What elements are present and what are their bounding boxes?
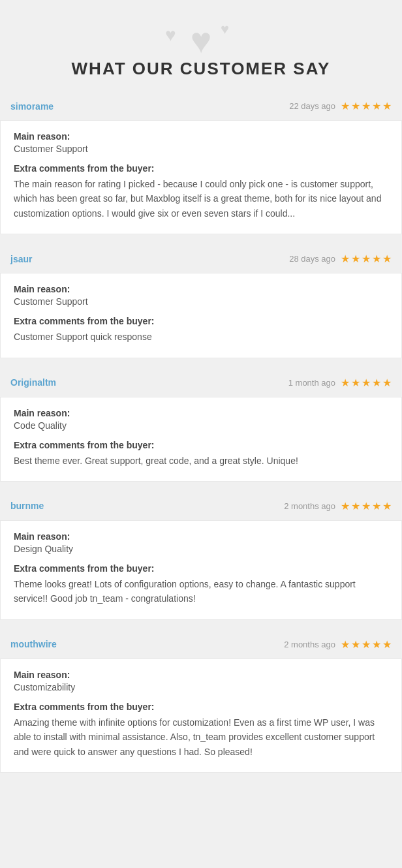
review-body-5: Main reason: Customizability Extra comme…	[0, 659, 402, 773]
star-icon: ★	[382, 253, 392, 265]
star-icon: ★	[382, 377, 392, 389]
review-meta-3: 1 month ago ★★★★★	[288, 377, 392, 389]
page-header: ♥ ♥ ♥ WHAT OUR CUSTOMER SAY	[0, 0, 402, 92]
main-reason-label-4: Main reason:	[14, 531, 388, 542]
review-header-5: mouthwire 2 months ago ★★★★★	[0, 630, 402, 659]
review-block-1: simorame 22 days ago ★★★★★ Main reason: …	[0, 92, 402, 240]
review-block-3: Originaltm 1 month ago ★★★★★ Main reason…	[0, 369, 402, 487]
review-block-5: mouthwire 2 months ago ★★★★★ Main reason…	[0, 630, 402, 773]
heart-small-right-icon: ♥	[221, 21, 229, 38]
star-icon: ★	[351, 500, 360, 512]
main-reason-value-5: Customizability	[14, 682, 388, 692]
main-reason-label-3: Main reason:	[14, 408, 388, 418]
reviewer-name-5[interactable]: mouthwire	[10, 639, 57, 649]
extra-comments-label-4: Extra comments from the buyer:	[14, 563, 388, 574]
extra-comments-label-5: Extra comments from the buyer:	[14, 702, 388, 712]
star-icon: ★	[372, 377, 381, 389]
review-date-2: 28 days ago	[289, 254, 335, 264]
section-divider-4	[0, 620, 402, 625]
reviews-container: simorame 22 days ago ★★★★★ Main reason: …	[0, 92, 402, 773]
star-icon: ★	[341, 377, 350, 389]
reviewer-name-1[interactable]: simorame	[10, 101, 54, 112]
main-reason-label-5: Main reason:	[14, 670, 388, 680]
reviewer-name-2[interactable]: jsaur	[10, 254, 32, 264]
review-body-3: Main reason: Code Quality Extra comments…	[0, 397, 402, 482]
review-date-4: 2 months ago	[284, 501, 335, 511]
review-stars-2: ★★★★★	[341, 253, 392, 265]
review-meta-5: 2 months ago ★★★★★	[284, 638, 392, 651]
star-icon: ★	[372, 638, 381, 651]
star-icon: ★	[372, 253, 381, 265]
review-meta-1: 22 days ago ★★★★★	[289, 100, 392, 112]
star-icon: ★	[382, 100, 392, 112]
main-reason-label-1: Main reason:	[14, 131, 388, 142]
review-block-4: burnme 2 months ago ★★★★★ Main reason: D…	[0, 492, 402, 625]
star-icon: ★	[372, 500, 381, 512]
star-icon: ★	[362, 500, 371, 512]
main-reason-value-3: Code Quality	[14, 420, 388, 431]
page-wrapper: ♥ ♥ ♥ WHAT OUR CUSTOMER SAY simorame 22 …	[0, 0, 402, 798]
star-icon: ★	[341, 100, 350, 112]
review-date-3: 1 month ago	[288, 378, 335, 388]
review-stars-3: ★★★★★	[341, 377, 392, 389]
main-reason-value-2: Customer Support	[14, 296, 388, 307]
star-icon: ★	[351, 100, 360, 112]
heart-main-icon: ♥	[191, 20, 212, 61]
extra-comments-label-2: Extra comments from the buyer:	[14, 316, 388, 326]
star-icon: ★	[382, 500, 392, 512]
review-stars-4: ★★★★★	[341, 500, 392, 512]
reviewer-name-4[interactable]: burnme	[10, 501, 44, 511]
extra-comments-label-3: Extra comments from the buyer:	[14, 440, 388, 450]
star-icon: ★	[372, 100, 381, 112]
main-reason-label-2: Main reason:	[14, 284, 388, 294]
heart-small-left-icon: ♥	[165, 25, 176, 46]
extra-comments-value-5: Amazing theme with infinite options for …	[14, 715, 388, 759]
extra-comments-value-1: The main reason for rating I picked - be…	[14, 177, 388, 221]
star-icon: ★	[362, 100, 371, 112]
star-icon: ★	[341, 638, 350, 651]
review-stars-5: ★★★★★	[341, 638, 392, 651]
review-meta-4: 2 months ago ★★★★★	[284, 500, 392, 512]
star-icon: ★	[351, 377, 360, 389]
review-date-1: 22 days ago	[289, 101, 335, 111]
review-header-4: burnme 2 months ago ★★★★★	[0, 492, 402, 520]
review-header-1: simorame 22 days ago ★★★★★	[0, 92, 402, 120]
extra-comments-label-1: Extra comments from the buyer:	[14, 163, 388, 174]
section-divider-2	[0, 358, 402, 364]
review-header-2: jsaur 28 days ago ★★★★★	[0, 245, 402, 273]
extra-comments-value-3: Best theme ever. Great support, great co…	[14, 454, 388, 468]
review-body-2: Main reason: Customer Support Extra comm…	[0, 273, 402, 358]
review-meta-2: 28 days ago ★★★★★	[289, 253, 392, 265]
review-stars-1: ★★★★★	[341, 100, 392, 112]
review-body-4: Main reason: Design Quality Extra commen…	[0, 520, 402, 620]
section-divider-3	[0, 482, 402, 487]
page-title: WHAT OUR CUSTOMER SAY	[13, 59, 389, 79]
star-icon: ★	[362, 253, 371, 265]
star-icon: ★	[341, 500, 350, 512]
section-divider-1	[0, 234, 402, 240]
star-icon: ★	[351, 638, 360, 651]
extra-comments-value-2: Customer Support quick response	[14, 330, 388, 344]
star-icon: ★	[341, 253, 350, 265]
extra-comments-value-4: Theme looks great! Lots of configuration…	[14, 577, 388, 606]
star-icon: ★	[351, 253, 360, 265]
review-block-2: jsaur 28 days ago ★★★★★ Main reason: Cus…	[0, 245, 402, 363]
main-reason-value-1: Customer Support	[14, 144, 388, 154]
star-icon: ★	[362, 377, 371, 389]
reviewer-name-3[interactable]: Originaltm	[10, 377, 56, 388]
star-icon: ★	[382, 638, 392, 651]
review-date-5: 2 months ago	[284, 640, 335, 649]
main-reason-value-4: Design Quality	[14, 544, 388, 554]
star-icon: ★	[362, 638, 371, 651]
review-header-3: Originaltm 1 month ago ★★★★★	[0, 369, 402, 397]
review-body-1: Main reason: Customer Support Extra comm…	[0, 120, 402, 234]
